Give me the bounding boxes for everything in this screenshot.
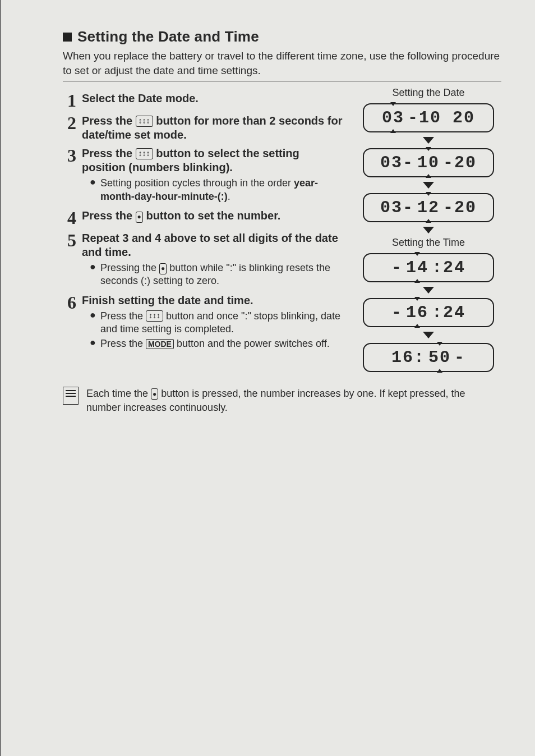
lcd-blink-segment: 14: [406, 258, 428, 277]
select-button-icon: ↕↕↕: [136, 148, 153, 159]
divider: [63, 81, 501, 81]
step-title: Finish setting the date and time.: [82, 294, 344, 308]
lcd-blink-segment: 12: [417, 198, 440, 217]
step-title: Select the Date mode.: [82, 91, 344, 106]
step-number: 1: [63, 91, 76, 109]
display-column: Setting the Date 03-10 20 03-10-20 03-12…: [356, 87, 501, 373]
step-number: 6: [63, 294, 76, 351]
select-button-icon: ↕↕↕: [136, 116, 153, 127]
step-6: 6 Finish setting the date and time. ● Pr…: [63, 294, 344, 351]
step-subnote: ● Press the ↕↕↕ button and once ":" stop…: [90, 310, 344, 336]
set-button-icon: ●: [159, 263, 167, 274]
step-4: 4 Press the ● button to set the number.: [63, 209, 344, 227]
lcd-blink-segment: 03: [382, 108, 404, 127]
step-number: 3: [63, 146, 76, 204]
section-header: Setting the Date and Time: [63, 28, 501, 45]
intro-text: When you replace the battery or travel t…: [63, 49, 501, 77]
set-button-icon: ●: [151, 388, 158, 400]
bullet-icon: ●: [90, 310, 96, 336]
display-heading-date: Setting the Date: [392, 87, 464, 99]
lcd-display: - 14:24: [363, 253, 494, 282]
bullet-icon: ●: [90, 337, 96, 350]
step-subnote: ● Pressing the ● button while ":" is bli…: [90, 262, 344, 288]
step-number: 4: [63, 209, 76, 227]
step-title: Press the ● button to set the number.: [82, 209, 344, 223]
lcd-blink-segment: 10: [417, 153, 440, 172]
lcd-blink-segment: 16: [406, 303, 428, 322]
note-icon: [63, 387, 79, 405]
lcd-display: 16:50-: [363, 343, 494, 372]
step-3: 3 Press the ↕↕↕ button to select the set…: [63, 146, 344, 204]
lcd-display: 03-10 20: [363, 103, 494, 132]
section-title: Setting the Date and Time: [77, 28, 259, 45]
down-arrow-icon: [423, 137, 434, 144]
mode-button-icon: MODE: [146, 339, 174, 349]
step-subnote: ● Press the MODE button and the power sw…: [90, 337, 344, 350]
two-column-layout: 1 Select the Date mode. 2 Press the ↕↕↕ …: [63, 87, 501, 373]
lcd-blink-segment: 50: [428, 348, 451, 367]
step-5: 5 Repeat 3 and 4 above to set all digits…: [63, 231, 344, 289]
step-2: 2 Press the ↕↕↕ button for more than 2 s…: [63, 114, 344, 142]
down-arrow-icon: [423, 332, 434, 338]
steps-column: 1 Select the Date mode. 2 Press the ↕↕↕ …: [63, 87, 344, 373]
step-number: 5: [63, 231, 76, 289]
step-title: Press the ↕↕↕ button to select the setti…: [82, 146, 344, 175]
square-bullet-icon: [63, 33, 72, 42]
set-button-icon: ●: [136, 212, 143, 223]
step-title: Press the ↕↕↕ button for more than 2 sec…: [82, 114, 344, 142]
down-arrow-icon: [423, 227, 434, 233]
step-subnote: ● Setting position cycles through in the…: [90, 177, 344, 203]
display-heading-time: Setting the Time: [392, 237, 465, 249]
down-arrow-icon: [423, 182, 434, 189]
step-number: 2: [63, 114, 76, 142]
bullet-icon: ●: [90, 262, 96, 288]
lcd-display: 03-12-20: [363, 193, 494, 222]
down-arrow-icon: [423, 287, 434, 294]
footnote: Each time the ● button is pressed, the n…: [63, 387, 501, 414]
lcd-display: - 16:24: [363, 298, 494, 327]
step-1: 1 Select the Date mode.: [63, 91, 344, 109]
lcd-display: 03-10-20: [363, 148, 494, 177]
select-button-icon: ↕↕↕: [146, 310, 163, 322]
manual-page: Setting the Date and Time When you repla…: [0, 0, 535, 756]
step-title: Repeat 3 and 4 above to set all digits o…: [82, 231, 344, 259]
bullet-icon: ●: [90, 177, 96, 203]
